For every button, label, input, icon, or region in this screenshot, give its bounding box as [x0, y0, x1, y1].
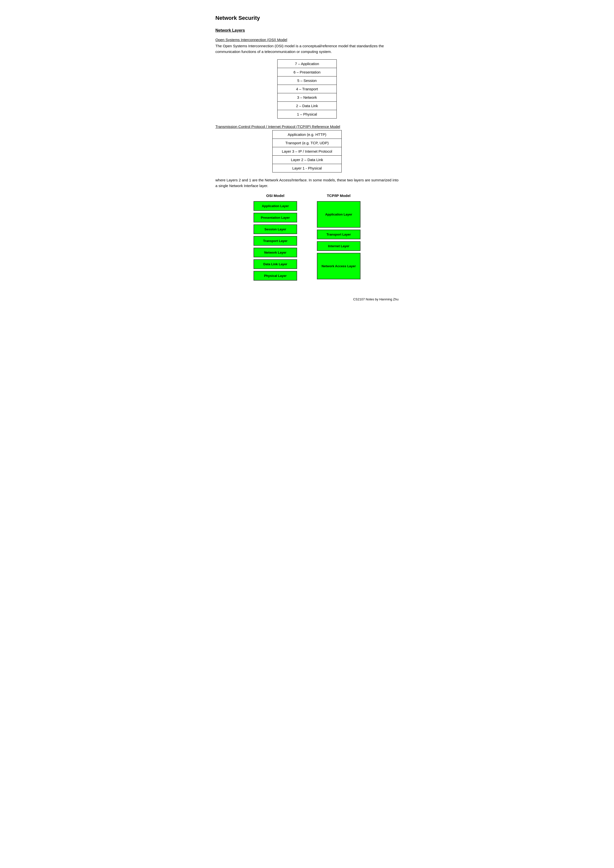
- osi-comparison-box: Transport Layer: [253, 236, 297, 246]
- page-title: Network Security: [215, 15, 399, 21]
- osi-layer-cell: 1 – Physical: [278, 110, 337, 119]
- osi-comparison-box: Presentation Layer: [253, 213, 297, 222]
- tcpip-layers-table: Application (e.g. HTTP)Transport (e.g. T…: [272, 130, 342, 172]
- tcpip-comparison-box: Transport Layer: [317, 229, 361, 239]
- osi-comparison-box: Physical Layer: [253, 271, 297, 281]
- osi-comparison-box: Application Layer: [253, 201, 297, 211]
- osi-layer-cell: 5 – Session: [278, 76, 337, 85]
- osi-layer-cell: 3 – Network: [278, 93, 337, 102]
- osi-layer-cell: 7 – Application: [278, 60, 337, 68]
- osi-comparison-box: Session Layer: [253, 225, 297, 234]
- osi-layer-cell: 4 – Transport: [278, 85, 337, 93]
- tcpip-model-column: TCP/IP Model Application LayerTransport …: [317, 194, 361, 281]
- tcpip-model-header: TCP/IP Model: [327, 194, 351, 198]
- section-heading-network-layers: Network Layers: [215, 28, 399, 33]
- network-access-paragraph: where Layers 2 and 1 are the Network Acc…: [215, 177, 399, 189]
- osi-model-header: OSI Model: [266, 194, 284, 198]
- comparison-diagram: OSI Model Application LayerPresentation …: [215, 194, 399, 282]
- tcpip-comparison-box: Application Layer: [317, 201, 361, 228]
- osi-comparison-box: Network Layer: [253, 248, 297, 257]
- osi-layers-table: 7 – Application6 – Presentation5 – Sessi…: [277, 59, 337, 119]
- tcpip-layer-cell: Layer 1 - Physical: [273, 164, 342, 172]
- tcpip-layer-cell: Layer 3 – IP / Internet Protocol: [273, 147, 342, 156]
- tcpip-comparison-box: Network Access Layer: [317, 253, 361, 279]
- osi-layer-cell: 2 – Data Link: [278, 102, 337, 110]
- tcpip-layer-cell: Transport (e.g. TCP, UDP): [273, 139, 342, 147]
- subsection-heading-tcpip: Transmission Control Protocol / Internet…: [215, 124, 399, 129]
- tcpip-layer-cell: Application (e.g. HTTP): [273, 130, 342, 139]
- footer-text: CS2107 Notes by Hanming Zhu: [353, 298, 399, 301]
- subsection-heading-osi: Open Systems Interconnection (OSI) Model: [215, 37, 399, 42]
- osi-model-column: OSI Model Application LayerPresentation …: [253, 194, 297, 282]
- osi-layer-cell: 6 – Presentation: [278, 68, 337, 76]
- tcpip-comparison-box: Internet Layer: [317, 241, 361, 251]
- tcpip-layer-cell: Layer 2 – Data Link: [273, 156, 342, 164]
- osi-description: The Open Systems Interconnection (OSI) m…: [215, 43, 399, 54]
- footer: CS2107 Notes by Hanming Zhu: [215, 298, 399, 301]
- osi-comparison-box: Data Link Layer: [253, 259, 297, 269]
